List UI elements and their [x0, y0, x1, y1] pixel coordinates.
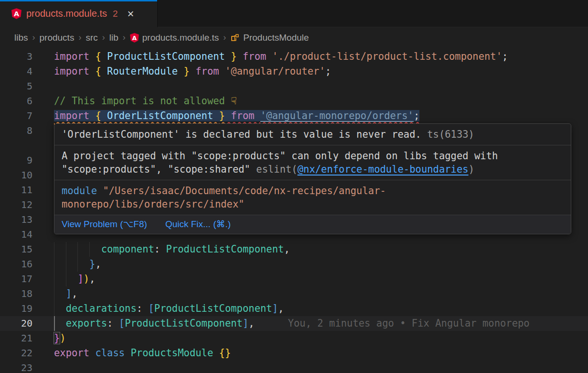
line-number[interactable]: 21 [0, 331, 32, 346]
eslint-rule-link[interactable]: @nx/enforce-module-boundaries [298, 164, 469, 175]
line-number[interactable]: 13 [0, 212, 32, 227]
code-token [54, 258, 89, 270]
line-number[interactable]: 11 [0, 183, 32, 197]
error-statement: import { OrderListComponent } from '@ang… [54, 110, 419, 121]
code-token: , [284, 243, 289, 255]
code-token: import [54, 66, 95, 77]
code-token: '@angular-monorepo/orders' [260, 110, 414, 121]
code-content: declarations: [ProductListComponent], [32, 301, 588, 316]
code-token: : [154, 243, 166, 255]
code-line[interactable]: 5 [0, 79, 588, 94]
ts-error-code: ts(6133) [421, 129, 474, 140]
code-token: from [190, 66, 225, 77]
code-token: ] [272, 303, 278, 314]
code-line[interactable]: 23 [0, 361, 588, 373]
code-line[interactable]: 6// This import is not allowed ☟ [0, 94, 588, 109]
line-number[interactable]: 14 [0, 227, 32, 242]
code-token [54, 303, 66, 314]
line-number[interactable]: 5 [0, 79, 32, 94]
code-content: ]), [32, 272, 588, 286]
code-line[interactable]: 18 ], [0, 286, 588, 301]
code-line[interactable]: 7import { OrderListComponent } from '@an… [0, 109, 588, 123]
code-token: import [54, 51, 95, 62]
code-line[interactable]: 20 exports: [ProductListComponent],You, … [0, 316, 588, 331]
breadcrumb-separator: › [78, 33, 81, 43]
code-token: class [95, 347, 130, 359]
code-token: OrderListComponent [101, 110, 219, 121]
code-token: ; [414, 110, 419, 121]
code-token: } [184, 66, 190, 77]
code-line[interactable]: 15 component: ProductListComponent, [0, 242, 588, 257]
tab-label: products.module.ts [26, 8, 107, 19]
code-line[interactable]: 3import { ProductListComponent } from '.… [0, 49, 588, 64]
indent-guide [89, 242, 90, 257]
line-number[interactable]: 10 [0, 168, 32, 183]
code-token: from [237, 51, 272, 62]
breadcrumb-item-products[interactable]: products [40, 33, 75, 43]
code-token: } [89, 258, 95, 270]
code-content: import { ProductListComponent } from './… [32, 49, 588, 64]
code-token: {} [219, 347, 231, 359]
breadcrumb-item-libs[interactable]: libs [14, 33, 28, 43]
code-token: { [95, 51, 101, 62]
line-number[interactable]: 23 [0, 361, 32, 373]
line-number[interactable]: 7 [0, 109, 32, 123]
angular-icon: A [130, 33, 139, 43]
quick-fix-button[interactable]: Quick Fix... (⌘.) [165, 219, 231, 230]
breadcrumb-item-symbol[interactable]: ProductsModule [230, 33, 309, 43]
code-token: , [72, 288, 77, 299]
line-number[interactable]: 18 [0, 286, 32, 301]
code-token [54, 318, 66, 329]
vscode-window: A products.module.ts 2 × libs › products… [0, 0, 588, 373]
view-problem-button[interactable]: View Problem (⌥F8) [62, 219, 147, 230]
indent-guide [54, 301, 54, 316]
line-number[interactable] [0, 138, 32, 153]
line-number[interactable]: 15 [0, 242, 32, 257]
code-content: component: ProductListComponent, [32, 242, 588, 257]
code-line[interactable]: 16 }, [0, 257, 588, 272]
tab-products-module[interactable]: A products.module.ts 2 × [0, 0, 158, 27]
git-blame-annotation: You, 2 minutes ago • Fix Angular monorep… [255, 318, 530, 329]
line-number[interactable]: 17 [0, 272, 32, 286]
code-token: } [231, 51, 236, 62]
code-content [32, 361, 588, 373]
code-token: ] [77, 273, 83, 285]
breadcrumb-separator: › [123, 33, 126, 43]
code-content: }, [32, 257, 588, 272]
code-token: './product-list/product-list.component' [272, 51, 502, 62]
line-number[interactable]: 4 [0, 64, 32, 79]
code-token: } [219, 110, 225, 121]
code-token: [ [148, 303, 154, 314]
indent-guide [77, 242, 78, 257]
code-content [32, 79, 588, 94]
breadcrumb-item-lib[interactable]: lib [109, 33, 118, 43]
code-token: : [137, 303, 149, 314]
code-line[interactable]: 21}) [0, 331, 588, 346]
breadcrumb-separator: › [102, 33, 105, 43]
line-number[interactable]: 19 [0, 301, 32, 316]
line-number[interactable]: 16 [0, 257, 32, 272]
line-number[interactable]: 8 [0, 123, 32, 138]
line-number[interactable]: 9 [0, 153, 32, 168]
breadcrumb-item-file[interactable]: A products.module.ts [130, 33, 219, 43]
indent-guide [66, 272, 66, 286]
line-number[interactable]: 20 [0, 316, 32, 331]
code-token: ) [60, 332, 65, 344]
code-line[interactable]: 22export class ProductsModule {} [0, 346, 588, 361]
code-line[interactable]: 17 ]), [0, 272, 588, 286]
line-number[interactable]: 6 [0, 94, 32, 109]
code-token: ; [502, 51, 508, 62]
breadcrumb-separator: › [223, 33, 226, 43]
line-number[interactable]: 12 [0, 197, 32, 212]
line-number[interactable]: 3 [0, 49, 32, 64]
code-line[interactable]: 19 declarations: [ProductListComponent], [0, 301, 588, 316]
code-token: component [101, 243, 154, 255]
close-icon[interactable]: × [128, 8, 134, 20]
code-token: from [225, 110, 260, 121]
code-token: ProductsModule [130, 347, 219, 359]
svg-text:A: A [14, 10, 19, 18]
code-content: import { OrderListComponent } from '@ang… [32, 109, 588, 123]
breadcrumb-item-src[interactable]: src [86, 33, 97, 43]
line-number[interactable]: 22 [0, 346, 32, 361]
code-line[interactable]: 4import { RouterModule } from '@angular/… [0, 64, 588, 79]
